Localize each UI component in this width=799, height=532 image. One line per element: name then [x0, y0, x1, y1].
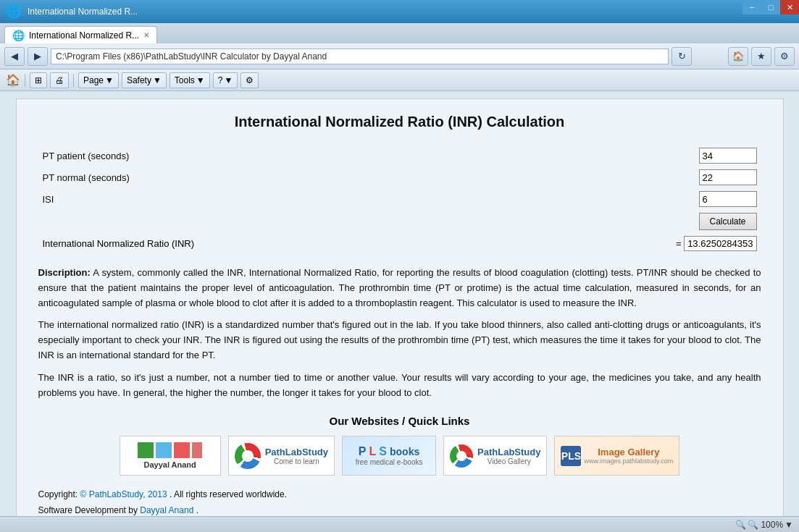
tools-menu-label: Tools [175, 75, 195, 85]
pathlab-logo-inner: PathLabStudy Come to learn [235, 443, 328, 469]
pt-patient-label: PT patient (seconds) [38, 145, 400, 166]
description-heading: Discription: [38, 267, 91, 278]
page-title: International Normalized Ratio (INR) Cal… [38, 114, 761, 130]
quick-links-title: Our Websites / Quick Links [38, 415, 761, 427]
favorites-button[interactable]: ★ [751, 47, 771, 66]
pt-normal-cell [400, 166, 761, 188]
tab-label: International Normalized R... [29, 30, 139, 41]
pls-books-text: books [390, 446, 419, 457]
zoom-level: 🔍 100% [748, 520, 783, 530]
address-input[interactable] [51, 48, 669, 64]
back-button[interactable]: ◀ [4, 47, 25, 66]
tab-close-icon[interactable]: ✕ [143, 31, 149, 39]
isi-input[interactable] [699, 191, 757, 207]
refresh-button[interactable]: ↻ [672, 47, 692, 66]
description-p2: The international normalized ratio (INR)… [38, 318, 761, 363]
tools-chevron-icon: ▼ [196, 75, 205, 85]
toolbar: 🏠 ⊞ 🖨 Page ▼ Safety ▼ Tools ▼ ? ▼ ⚙ [0, 69, 799, 91]
page-chevron-icon: ▼ [105, 75, 114, 85]
forward-button[interactable]: ▶ [28, 47, 48, 66]
video-gallery-inner: PathLabStudy Video Gallery [450, 444, 540, 468]
pls-books-sub: free medical e-books [356, 458, 423, 466]
video-sub-label: Video Gallery [477, 457, 540, 465]
copyright-rest: . All rights reserved worldwide. [170, 489, 287, 499]
logo-pathlab-study[interactable]: PathLabStudy Come to learn [228, 436, 335, 476]
logo-video-gallery[interactable]: PathLabStudy Video Gallery [443, 436, 547, 476]
toolbar-home-icon[interactable]: 🏠 [6, 73, 20, 87]
pathlab-circle-inner [242, 450, 254, 462]
description-p1-text: A system, commonly called the INR, Inter… [38, 267, 761, 308]
maximize-button[interactable]: □ [761, 0, 780, 14]
pls-badge: PLS [561, 446, 581, 466]
toolbar-icon-1[interactable]: ⊞ [30, 72, 47, 88]
close-button[interactable]: ✕ [780, 0, 799, 14]
toolbar-separator-2 [73, 74, 74, 87]
logo-row: Dayyal Anand PathLabStudy Come to learn [38, 436, 761, 476]
result-label: International Normalized Ratio (INR) [38, 233, 400, 254]
copyright-text: Copyright: [38, 489, 80, 499]
tools-button[interactable]: ⚙ [774, 47, 795, 66]
minimize-button[interactable]: − [742, 0, 761, 14]
pt-patient-row: PT patient (seconds) [38, 145, 761, 166]
pathlab-copyright-link[interactable]: © PathLabStudy, 2013 [80, 489, 167, 499]
image-gallery-inner: PLS Image Gallery www.images.pathlabstud… [561, 446, 673, 466]
tools-menu-button[interactable]: Tools ▼ [170, 72, 210, 88]
pathlab-text-group: PathLabStudy Come to learn [265, 447, 328, 465]
logo-image-gallery[interactable]: PLS Image Gallery www.images.pathlabstud… [554, 436, 679, 476]
help-menu-button[interactable]: ? ▼ [213, 72, 238, 88]
title-bar: 🌐 International Normalized R... − □ ✕ [0, 0, 799, 23]
safety-menu-button[interactable]: Safety ▼ [122, 72, 167, 88]
pls-p-letter: P [359, 445, 367, 458]
settings-button[interactable]: ⚙ [240, 72, 259, 88]
calculate-cell: Calculate [400, 210, 761, 233]
block-pink [192, 442, 202, 458]
window-controls: − □ ✕ [742, 0, 799, 14]
isi-row: ISI [38, 188, 761, 210]
copyright-line-2: Software Development by Dayyal Anand . [38, 503, 761, 516]
video-text-group: PathLabStudy Video Gallery [477, 447, 540, 465]
quick-links-section: Our Websites / Quick Links Dayyal Anand [38, 415, 761, 476]
dayyal-anand-text: Dayyal Anand [143, 460, 196, 469]
pls-s-letter: S [379, 445, 387, 458]
pathlab-circle [235, 443, 261, 469]
gallery-text-group: Image Gallery www.images.pathlabstudy.co… [584, 447, 673, 465]
logo-pls-books[interactable]: P L S books free medical e-books [342, 436, 436, 476]
block-green [138, 442, 154, 458]
help-chevron-icon: ▼ [224, 75, 233, 85]
software-dev-end: . [196, 505, 198, 515]
video-circle-inner [456, 451, 467, 461]
result-value: 13.6250284353 [684, 236, 756, 251]
home-button[interactable]: 🏠 [728, 47, 748, 66]
copyright-section: Copyright: © PathLabStudy, 2013 . All ri… [38, 487, 761, 516]
pt-patient-input[interactable] [699, 148, 757, 164]
settings-icon: ⚙ [246, 75, 254, 85]
pt-normal-row: PT normal (seconds) [38, 166, 761, 188]
description-section: Discription: A system, commonly called t… [38, 266, 761, 400]
logo-dayyal-anand[interactable]: Dayyal Anand [120, 436, 221, 476]
calculate-row: Calculate [38, 210, 761, 233]
browser-tab[interactable]: 🌐 International Normalized R... ✕ [4, 26, 157, 43]
pathlab-study-label: PathLabStudy [265, 447, 328, 457]
description-p3: The INR is a ratio, so it's just a numbe… [38, 371, 761, 401]
page-menu-button[interactable]: Page ▼ [78, 72, 119, 88]
result-cell: = 13.6250284353 [400, 233, 761, 254]
block-red [174, 442, 190, 458]
pt-normal-input[interactable] [699, 169, 757, 185]
toolbar-separator-1 [25, 74, 25, 87]
video-pathlab-label: PathLabStudy [477, 447, 540, 457]
software-dev-text: Software Development by [38, 505, 141, 515]
gallery-label: Image Gallery [584, 447, 673, 457]
gallery-url: www.images.pathlabstudy.com [584, 457, 673, 465]
video-circle [450, 444, 473, 468]
calculate-button[interactable]: Calculate [699, 213, 757, 230]
zoom-dropdown[interactable]: ▼ [785, 520, 793, 530]
content-wrapper: International Normalized Ratio (INR) Cal… [0, 91, 799, 516]
address-bar: ◀ ▶ ↻ 🏠 ★ ⚙ [0, 43, 799, 69]
help-menu-label: ? [218, 75, 223, 85]
safety-chevron-icon: ▼ [153, 75, 162, 85]
toolbar-print-button[interactable]: 🖨 [50, 72, 69, 88]
description-p1: Discription: A system, commonly called t… [38, 266, 761, 311]
pls-l-letter: L [369, 445, 377, 458]
copyright-line-1: Copyright: © PathLabStudy, 2013 . All ri… [38, 487, 761, 503]
software-dev-link[interactable]: Dayyal Anand [140, 505, 193, 515]
